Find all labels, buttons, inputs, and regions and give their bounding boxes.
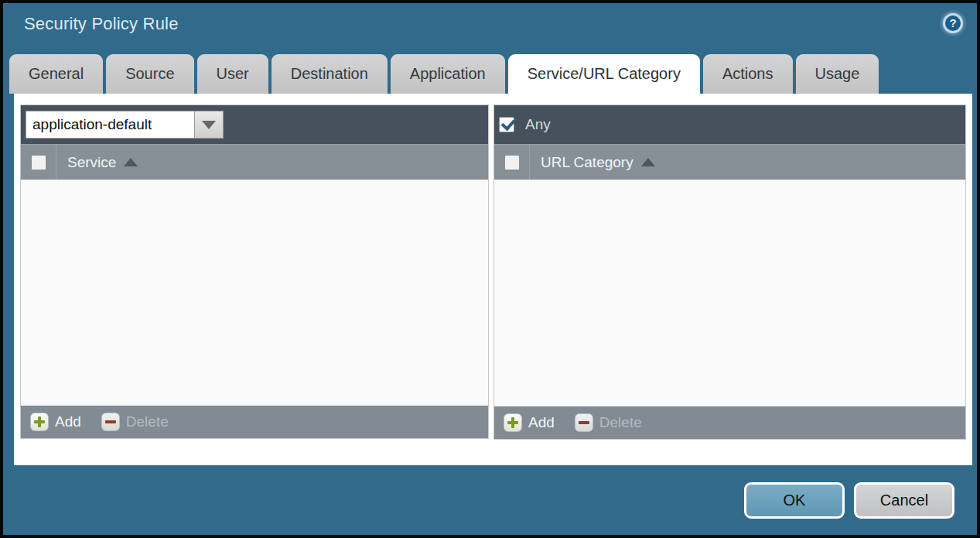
cancel-button[interactable]: Cancel xyxy=(854,482,954,519)
tab-actions[interactable]: Actions xyxy=(703,54,793,94)
service-list-body[interactable] xyxy=(21,180,488,406)
tab-bar: General Source User Destination Applicat… xyxy=(9,54,879,94)
service-add-button[interactable]: Add xyxy=(30,413,81,431)
service-column-label[interactable]: Service xyxy=(67,154,116,171)
service-select-all-cell xyxy=(21,145,56,180)
service-delete-button[interactable]: Delete xyxy=(101,413,169,431)
sort-ascending-icon xyxy=(641,158,655,166)
chevron-down-icon xyxy=(202,121,216,129)
help-icon[interactable]: ? xyxy=(943,13,963,33)
service-type-dropdown xyxy=(26,111,224,139)
any-label: Any xyxy=(525,116,551,133)
tab-general[interactable]: General xyxy=(9,54,103,94)
url-category-delete-button[interactable]: Delete xyxy=(575,413,642,432)
dialog-title: Security Policy Rule xyxy=(24,14,179,34)
plus-icon xyxy=(30,413,49,431)
url-category-add-button[interactable]: Add xyxy=(504,413,555,432)
service-select-all-checkbox[interactable] xyxy=(31,155,46,170)
tab-application[interactable]: Application xyxy=(391,54,505,94)
plus-icon xyxy=(504,413,522,432)
url-category-delete-label: Delete xyxy=(599,414,642,431)
tab-usage[interactable]: Usage xyxy=(796,54,879,94)
ok-button[interactable]: OK xyxy=(744,482,845,519)
url-category-select-all-checkbox[interactable] xyxy=(504,155,520,170)
url-category-add-label: Add xyxy=(528,414,555,431)
service-panel: Service Add Delete xyxy=(20,105,489,439)
minus-icon xyxy=(575,413,593,432)
service-type-dropdown-button[interactable] xyxy=(194,111,224,139)
service-delete-label: Delete xyxy=(126,413,169,430)
url-category-list-body[interactable] xyxy=(494,180,965,406)
url-category-panel: Any URL Category Add Delete xyxy=(493,105,966,440)
security-policy-rule-dialog: Security Policy Rule ? General Source Us… xyxy=(0,0,980,538)
tab-user[interactable]: User xyxy=(197,54,268,94)
sort-ascending-icon xyxy=(124,158,138,166)
url-category-column-label[interactable]: URL Category xyxy=(541,154,633,171)
dialog-buttons: OK Cancel xyxy=(744,482,954,519)
tab-source[interactable]: Source xyxy=(106,54,193,94)
service-column-header: Service xyxy=(21,144,488,180)
minus-icon xyxy=(101,413,120,431)
tab-destination[interactable]: Destination xyxy=(271,54,388,94)
service-footer: Add Delete xyxy=(21,406,488,438)
url-category-any-row: Any xyxy=(494,105,965,144)
url-category-select-all-cell xyxy=(494,145,530,180)
tab-content-panel: Service Add Delete Any xyxy=(14,94,972,465)
service-add-label: Add xyxy=(55,413,81,430)
any-checkbox[interactable] xyxy=(499,117,514,132)
url-category-column-header: URL Category xyxy=(494,144,965,180)
tab-service-url-category[interactable]: Service/URL Category xyxy=(508,54,700,94)
service-type-input[interactable] xyxy=(26,111,194,139)
service-toolbar xyxy=(21,105,488,144)
url-category-footer: Add Delete xyxy=(494,406,965,439)
